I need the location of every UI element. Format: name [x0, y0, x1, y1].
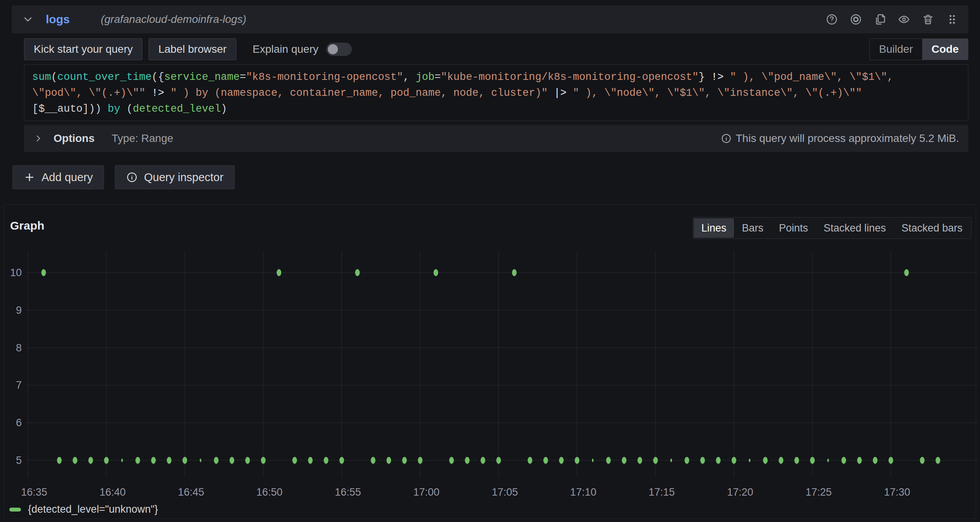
mode-option-builder[interactable]: Builder: [870, 39, 922, 60]
chart-legend[interactable]: {detected_level="unknown"}: [9, 503, 158, 515]
graph-mode-lines[interactable]: Lines: [694, 218, 734, 238]
options-type: Type: Range: [112, 132, 173, 145]
code-token: " ) by (namespace, container_name, pod_n…: [170, 87, 554, 99]
query-actions-row: Add query Query inspector: [12, 165, 235, 189]
code-token: |>: [554, 87, 573, 99]
graph-panel: [4, 204, 976, 519]
query-code-line-1[interactable]: sum(count_over_time({service_name="k8s-m…: [32, 69, 961, 85]
query-size-text: This query will process approximately 5.…: [736, 132, 959, 145]
explain-query-control: Explain query: [253, 43, 352, 56]
code-token: ({: [152, 71, 164, 83]
code-token: ): [221, 103, 227, 115]
graph-mode-points[interactable]: Points: [771, 218, 816, 238]
code-token: service_name: [164, 71, 239, 83]
editor-mode-switch: BuilderCode: [869, 38, 968, 60]
query-size-note: This query will process approximately 5.…: [721, 132, 959, 145]
mode-option-code[interactable]: Code: [922, 39, 968, 60]
record-icon[interactable]: [850, 13, 862, 26]
query-row-header: logs (grafanacloud-demoinfra-logs): [12, 5, 968, 33]
code-token: " ), \"node\", \"$1\", \"instance\", \"(…: [573, 87, 862, 99]
plus-icon: [24, 171, 35, 183]
trash-icon[interactable]: [922, 13, 934, 26]
toggle-knob: [328, 44, 338, 54]
code-token: }: [699, 71, 711, 83]
code-token: job: [416, 71, 435, 83]
eye-icon[interactable]: [898, 13, 910, 26]
code-token: \"pod\", \"(.+)\"": [32, 87, 152, 99]
kick-start-query-button[interactable]: Kick start your query: [24, 38, 142, 60]
code-token: " ), \"pod_name\", \"$1\",: [730, 71, 893, 83]
graph-title: Graph: [10, 219, 44, 232]
code-token: [$__auto])): [32, 103, 107, 115]
legend-series-label[interactable]: {detected_level="unknown"}: [28, 503, 158, 515]
query-code-editor[interactable]: sum(count_over_time({service_name="k8s-m…: [24, 64, 968, 121]
drag-handle-icon[interactable]: [946, 13, 958, 26]
code-token: sum: [32, 71, 51, 83]
code-token: =: [435, 71, 441, 83]
copy-icon[interactable]: [874, 13, 886, 26]
query-code-line-3[interactable]: [$__auto])) by (detected_level): [32, 101, 961, 117]
code-token: (: [51, 71, 57, 83]
add-query-label: Add query: [42, 171, 93, 184]
query-inspector-label: Query inspector: [144, 171, 223, 184]
graph-mode-stacked-bars[interactable]: Stacked bars: [893, 218, 970, 238]
code-token: !>: [711, 71, 730, 83]
code-token: by: [107, 103, 126, 115]
query-options-row[interactable]: Options Type: Range This query will proc…: [24, 125, 968, 152]
explain-query-label: Explain query: [253, 43, 319, 55]
chevron-right-icon[interactable]: [33, 133, 43, 143]
chevron-down-icon[interactable]: [22, 13, 34, 26]
code-token: count_over_time: [57, 71, 152, 83]
help-icon[interactable]: [826, 13, 838, 26]
legend-color-swatch: [9, 508, 21, 512]
graph-mode-selector: LinesBarsPointsStacked linesStacked bars: [693, 217, 971, 239]
code-token: !>: [152, 87, 171, 99]
options-label: Options: [54, 132, 95, 145]
code-token: =: [240, 71, 246, 83]
explain-query-toggle[interactable]: [326, 43, 352, 56]
info-icon: [721, 133, 732, 144]
query-toolbar: Kick start your query Label browser Expl…: [24, 38, 968, 60]
datasource-name: (grafanacloud-demoinfra-logs): [101, 13, 246, 26]
graph-mode-bars[interactable]: Bars: [734, 218, 771, 238]
code-token: ,: [403, 71, 416, 83]
code-token: detected_level: [133, 103, 221, 115]
graph-mode-stacked-lines[interactable]: Stacked lines: [816, 218, 894, 238]
grafana-query-editor: logs (grafanacloud-demoinfra-logs): [0, 0, 980, 522]
code-token: (: [126, 103, 133, 115]
query-header-actions: [826, 13, 958, 26]
add-query-button[interactable]: Add query: [12, 165, 104, 189]
code-token: "k8s-monitoring-opencost": [246, 71, 403, 83]
label-browser-button[interactable]: Label browser: [149, 38, 236, 60]
query-code-line-2[interactable]: \"pod\", \"(.+)\"" !> " ) by (namespace,…: [32, 85, 961, 101]
query-inspector-button[interactable]: Query inspector: [115, 165, 235, 189]
code-token: "kube-monitoring/k8s-monitoring-opencost…: [441, 71, 698, 83]
query-name[interactable]: logs: [46, 13, 70, 26]
info-circle-icon: [126, 171, 138, 183]
